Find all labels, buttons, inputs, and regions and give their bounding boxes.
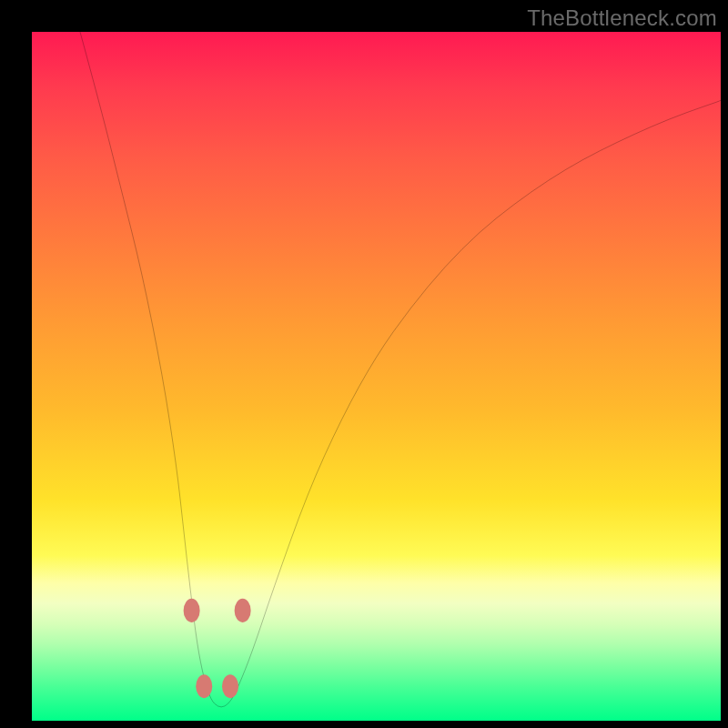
marker-left-upper bbox=[184, 599, 200, 622]
plot-area bbox=[32, 32, 721, 721]
chart-svg bbox=[32, 32, 721, 721]
bottleneck-curve bbox=[80, 32, 721, 707]
watermark-text: TheBottleneck.com bbox=[527, 5, 717, 31]
curve-markers bbox=[184, 599, 251, 698]
marker-right-upper bbox=[235, 599, 251, 622]
marker-left-lower bbox=[196, 674, 212, 698]
chart-frame: TheBottleneck.com bbox=[0, 0, 728, 728]
marker-right-lower bbox=[222, 674, 238, 698]
